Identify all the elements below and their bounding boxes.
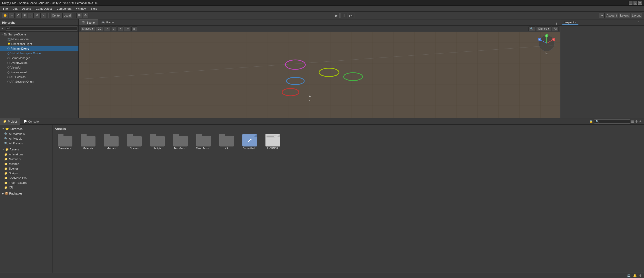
step-button[interactable]: ⏭ xyxy=(348,13,354,18)
materials-asset[interactable]: Materials xyxy=(78,133,99,151)
hierarchy-item-game-manager[interactable]: ▶ ⬡ GameManager xyxy=(0,56,78,60)
xr-asset[interactable]: XR xyxy=(216,133,237,151)
lighting-btn[interactable]: ☀ xyxy=(104,27,110,31)
scripts-asset[interactable]: Scripts xyxy=(147,133,168,151)
transform-tool[interactable]: ⊕ xyxy=(34,13,40,18)
hierarchy-item-directional-light[interactable]: ▶ 💡 Directional Light xyxy=(0,41,78,46)
scripts-folder-item[interactable]: 📁 Scripts xyxy=(0,171,52,176)
hierarchy-menu-icon[interactable]: ⋮ xyxy=(73,21,76,24)
assets-section-header[interactable]: ▼ 📁 Assets xyxy=(0,147,52,152)
minimize-button[interactable]: ─ xyxy=(629,1,632,5)
packages-header[interactable]: ▶ 📦 Packages xyxy=(0,191,52,196)
bottom-search-input[interactable] xyxy=(594,119,630,124)
hierarchy-item-visual-ui[interactable]: ▶ ⬡ VisualUI xyxy=(0,65,78,70)
arrow-icon: ▼ xyxy=(1,33,3,36)
assets-section-label: 📁 Assets xyxy=(5,148,19,151)
menu-item-gameobject[interactable]: GameObject xyxy=(34,7,54,11)
hierarchy-item-ar-session-origin[interactable]: ▶ ⬡ AR Session Origin xyxy=(0,79,78,84)
bottom-view-icon[interactable]: ☰ xyxy=(631,120,634,123)
hierarchy-item-virtual-surrogate-drone[interactable]: ▶ ⬡ Virtual Surrogate Drone xyxy=(0,51,78,56)
all-prefabs-item[interactable]: 🔍 All Prefabs xyxy=(0,141,52,146)
scenes-folder-item[interactable]: 📁 Scenes xyxy=(0,166,52,171)
local-button[interactable]: Local xyxy=(62,13,72,18)
center-button[interactable]: Center xyxy=(51,13,62,18)
menu-item-help[interactable]: Help xyxy=(89,7,99,11)
game-tab[interactable]: 🎮 Game xyxy=(98,19,117,25)
custom-tool[interactable]: ✕ xyxy=(40,13,46,18)
collab-button[interactable]: ☁ xyxy=(599,13,605,18)
hierarchy-item-main-camera[interactable]: ▶ 📷 Main Camera xyxy=(0,37,78,41)
menu-item-assets[interactable]: Assets xyxy=(20,7,33,11)
rect-tool[interactable]: ▭ xyxy=(28,13,34,18)
status-user-icon[interactable]: ⚙ xyxy=(639,274,642,277)
hierarchy-item-primary-drone[interactable]: ▶ ⬡ Primary Drone xyxy=(0,46,78,51)
all-prefabs-label: All Prefabs xyxy=(9,142,23,145)
textmesh-asset[interactable]: TextMesh... xyxy=(170,133,191,151)
menu-item-file[interactable]: File xyxy=(1,7,10,11)
project-tab[interactable]: 📁 Project xyxy=(0,118,20,125)
inspector-menu-icon[interactable]: ⋮ xyxy=(635,21,642,24)
account-button[interactable]: Account xyxy=(605,13,618,18)
status-cloud-icon[interactable]: 🔔 xyxy=(633,274,637,277)
menu-item-window[interactable]: Window xyxy=(74,7,88,11)
hierarchy-item-ar-session[interactable]: ▶ ⬡ AR Session xyxy=(0,75,78,79)
2d-btn[interactable]: 2D xyxy=(96,27,103,31)
inspector-tab[interactable]: Inspector xyxy=(562,20,578,25)
hierarchy-search[interactable] xyxy=(6,27,77,31)
play-button[interactable]: ▶ xyxy=(333,13,340,18)
rotate-tool[interactable]: ↺ xyxy=(15,13,21,18)
all-materials-item[interactable]: 🔍 All Materials xyxy=(0,132,52,136)
materials-folder-item[interactable]: 📁 Materials xyxy=(0,157,52,161)
scenes-asset[interactable]: Scenes xyxy=(124,133,145,151)
scale-tool[interactable]: ⊞ xyxy=(22,13,27,18)
audio-btn[interactable]: ♪ xyxy=(111,27,116,31)
scene-visiblity-btn[interactable]: 👁 xyxy=(124,27,130,31)
gizmos-dropdown[interactable]: Gizmos ▾ xyxy=(536,27,551,31)
meshes-folder-item[interactable]: 📁 Meshes xyxy=(0,161,52,166)
move-tool[interactable]: ✛ xyxy=(9,13,15,18)
all-btn[interactable]: All xyxy=(552,27,558,31)
tree-textures-folder-item[interactable]: 📁 Tree_Textures xyxy=(0,180,52,185)
textmesh-folder-item[interactable]: 📁 TextMesh Pro xyxy=(0,176,52,180)
bottom-settings-icon[interactable]: ⚙ xyxy=(635,120,638,123)
xr-folder-item[interactable]: 📁 XR xyxy=(0,185,52,190)
layers-button[interactable]: Layers xyxy=(619,13,630,18)
animations-asset[interactable]: Animations xyxy=(55,133,76,151)
search-scene-btn[interactable]: 🔍 xyxy=(528,27,535,31)
hierarchy-item-label: AR Session xyxy=(10,75,25,78)
tree-textures-asset[interactable]: Tree_Textu... xyxy=(193,133,214,151)
bottom-star-icon[interactable]: ★ xyxy=(639,120,642,123)
grid-snap[interactable]: ⊞ xyxy=(76,13,82,18)
hierarchy-add-btn[interactable]: + xyxy=(1,27,5,31)
menu-item-edit[interactable]: Edit xyxy=(10,7,20,11)
status-monitor-icon[interactable]: 💻 xyxy=(627,274,631,277)
grid-btn[interactable]: ⊞ xyxy=(131,27,137,31)
favorites-header[interactable]: ▼ ⭐ Favorites xyxy=(0,126,52,132)
layout-button[interactable]: Layout xyxy=(631,13,642,18)
scenes-label: Scenes xyxy=(9,167,19,170)
controller-file-icon: ↗ xyxy=(242,134,257,146)
animations-folder-item[interactable]: 📁 Animations xyxy=(0,152,52,157)
scene-tab[interactable]: 🎬 Scene xyxy=(79,19,98,25)
hierarchy-item-environment[interactable]: ▶ ⬡ Environment xyxy=(0,70,78,75)
effects-btn[interactable]: ✦ xyxy=(117,27,123,31)
close-button[interactable]: ✕ xyxy=(638,1,642,5)
menu-item-component[interactable]: Component xyxy=(54,7,73,11)
license-asset[interactable]: LICENSE xyxy=(262,133,283,151)
hand-tool[interactable]: ✋ xyxy=(2,13,8,18)
hierarchy-item-event-system[interactable]: ▶ ⬡ EventSystem xyxy=(0,60,78,65)
environment-icon: ⬡ xyxy=(7,71,10,74)
all-models-item[interactable]: 🔍 All Models xyxy=(0,136,52,141)
lock-icon[interactable]: 🔒 xyxy=(589,120,593,123)
svg-text:X: X xyxy=(552,38,554,41)
meshes-asset[interactable]: Meshes xyxy=(101,133,122,151)
shaded-dropdown[interactable]: Shaded ▾ xyxy=(80,27,95,31)
hierarchy-item-sample-scene[interactable]: ▼ 🎬 SampleScene xyxy=(0,32,78,37)
controller-asset[interactable]: ↗ ControllerI... xyxy=(239,133,260,151)
scene-menu-icon[interactable]: ⋮ xyxy=(553,22,560,25)
pause-button[interactable]: ⏸ xyxy=(340,13,347,18)
snap-settings[interactable]: ⚙ xyxy=(83,13,88,18)
maximize-button[interactable]: □ xyxy=(634,1,637,5)
console-tab[interactable]: 💬 Console xyxy=(20,118,42,125)
scene-content[interactable]: X Y Z Iso xyxy=(79,32,560,118)
